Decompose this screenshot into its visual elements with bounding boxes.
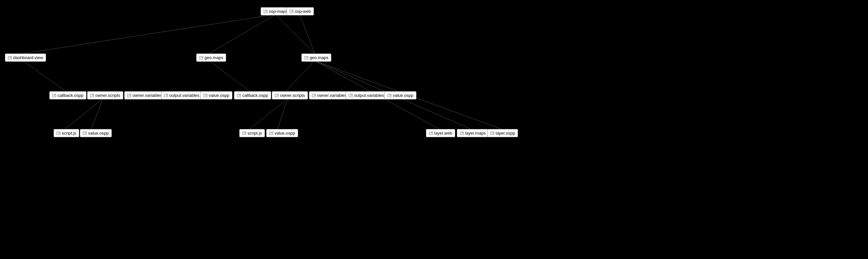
node-icon-value-ospp-3	[83, 132, 87, 135]
node-owner-variables-2[interactable]: owner.variables	[309, 91, 350, 100]
node-icon-callback-ospp-1	[52, 94, 56, 97]
node-label-output-variables-2: output.variables	[354, 93, 384, 98]
svg-line-2	[300, 14, 314, 53]
node-label-callback-ospp-1: callback.ospp	[58, 93, 84, 98]
node-label-owner-variables-2: owner.variables	[317, 93, 347, 98]
node-value-ospp-1[interactable]: value.ospp	[200, 91, 232, 100]
node-icon-callback-ospp-2	[237, 94, 241, 97]
node-output-variables-2[interactable]: output.variables	[346, 91, 387, 100]
node-dashboard-view[interactable]: dashboard.view	[5, 53, 46, 62]
svg-line-4	[23, 61, 66, 91]
node-label-layer-maps: layer.maps	[465, 131, 486, 136]
node-label-geo-maps-1: geo.maps	[205, 55, 223, 60]
svg-line-0	[209, 14, 275, 53]
svg-line-10	[278, 99, 287, 129]
svg-line-3	[23, 14, 275, 53]
svg-line-7	[65, 99, 103, 129]
node-icon-owner-variables-2	[312, 94, 316, 97]
node-label-script-js-1: script.js	[62, 131, 76, 136]
node-icon-output-variables-2	[349, 94, 353, 97]
svg-line-6	[286, 61, 314, 91]
node-osp-maps[interactable]: osp-maps	[260, 7, 290, 15]
node-label-value-ospp-2: value.ospp	[393, 93, 413, 98]
svg-line-1	[275, 14, 314, 53]
node-icon-geo-maps-2	[304, 56, 308, 60]
node-script-js-1[interactable]: script.js	[54, 129, 79, 137]
node-icon-owner-scripts-2	[275, 94, 279, 97]
node-icon-geo-maps-1	[199, 56, 203, 60]
node-icon-value-ospp-4	[269, 132, 273, 135]
node-label-owner-variables-1: owner.variables	[132, 93, 162, 98]
node-label-osp-maps: osp-maps	[269, 9, 287, 14]
node-layer-web[interactable]: layer.web	[426, 129, 455, 137]
node-icon-layer-ospp	[490, 132, 494, 135]
svg-line-9	[250, 99, 287, 129]
node-label-value-ospp-1: value.ospp	[209, 93, 229, 98]
node-callback-ospp-1[interactable]: callback.ospp	[49, 91, 87, 100]
node-owner-scripts-2[interactable]: owner.scripts	[272, 91, 308, 100]
svg-line-5	[209, 61, 250, 91]
node-layer-ospp[interactable]: layer.ospp	[488, 129, 518, 137]
node-icon-osp-web	[289, 10, 293, 13]
node-label-callback-ospp-2: callback.ospp	[242, 93, 268, 98]
svg-line-8	[91, 99, 103, 129]
node-icon-dashboard-view	[8, 56, 12, 60]
node-label-value-ospp-3: value.ospp	[88, 131, 109, 136]
node-geo-maps-2[interactable]: geo.maps	[301, 53, 331, 62]
node-script-js-2[interactable]: script.js	[239, 129, 265, 137]
node-value-ospp-2[interactable]: value.ospp	[384, 91, 416, 100]
node-label-geo-maps-2: geo.maps	[310, 55, 328, 60]
node-owner-scripts-1[interactable]: owner.scripts	[87, 91, 123, 100]
node-value-ospp-3[interactable]: value.ospp	[80, 129, 112, 137]
node-owner-variables-1[interactable]: owner.variables	[124, 91, 165, 100]
node-icon-layer-web	[429, 132, 433, 135]
node-geo-maps-1[interactable]: geo.maps	[196, 53, 226, 62]
node-label-value-ospp-4: value.ospp	[274, 131, 295, 136]
node-label-owner-scripts-2: owner.scripts	[280, 93, 305, 98]
node-icon-script-js-1	[57, 132, 60, 135]
node-icon-owner-scripts-1	[90, 94, 94, 97]
node-layer-maps[interactable]: layer.maps	[457, 129, 489, 137]
node-icon-output-variables-1	[164, 94, 168, 97]
node-icon-script-js-2	[242, 132, 246, 135]
node-icon-layer-maps	[460, 132, 464, 135]
node-label-script-js-2: script.js	[247, 131, 262, 136]
node-label-owner-scripts-1: owner.scripts	[95, 93, 120, 98]
node-label-output-variables-1: output.variables	[169, 93, 199, 98]
node-icon-value-ospp-1	[204, 94, 207, 97]
node-output-variables-1[interactable]: output.variables	[161, 91, 203, 100]
node-label-dashboard-view: dashboard.view	[13, 55, 43, 60]
node-callback-ospp-2[interactable]: callback.ospp	[234, 91, 271, 100]
node-icon-owner-variables-1	[127, 94, 131, 97]
node-label-layer-web: layer.web	[434, 131, 452, 136]
node-value-ospp-4[interactable]: value.ospp	[266, 129, 298, 137]
node-label-osp-web: osp-web	[295, 9, 311, 14]
node-icon-value-ospp-2	[388, 94, 392, 97]
node-label-layer-ospp: layer.ospp	[496, 131, 515, 136]
node-osp-web[interactable]: osp-web	[287, 7, 314, 15]
node-icon-osp-maps	[264, 10, 268, 13]
